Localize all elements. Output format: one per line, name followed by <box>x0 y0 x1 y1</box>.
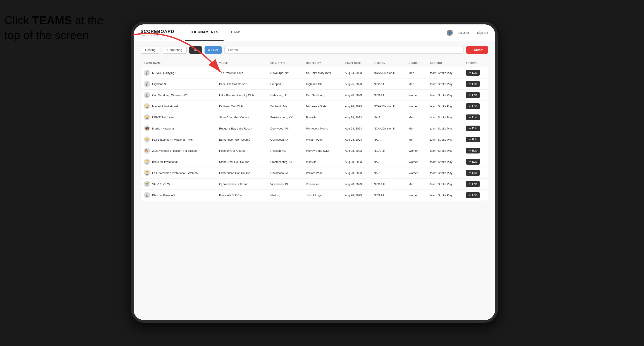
competing-filter[interactable]: Competing <box>163 46 187 54</box>
cell-hosted-by: Pikeville <box>303 156 342 168</box>
cell-actions: ✏ Edit <box>463 168 488 178</box>
edit-button[interactable]: ✏ Edit <box>466 170 480 176</box>
cell-hosted-by: William Penn <box>303 134 342 145</box>
cell-city: Prestonsburg, KY <box>268 112 303 123</box>
tournaments-table: EVENT NAME VENUE CITY, STATE HOSTED BY S… <box>140 59 488 201</box>
cell-start-date: Aug 28, 2023 <box>342 190 371 201</box>
hosting-filter[interactable]: Hosting <box>140 46 160 54</box>
cell-gender: Men <box>406 67 427 78</box>
cell-actions: ✏ Edit <box>463 123 488 134</box>
all-filter[interactable]: All <box>189 46 202 54</box>
cell-start-date: Aug 26, 2023 <box>342 90 371 101</box>
cell-hosted-by: Mt. Saint Mary (NY) <box>303 67 342 78</box>
cell-hosted-by: Murray State (OK) <box>303 145 342 156</box>
event-name-text: Maverick Invitational <box>152 105 178 108</box>
cell-venue: Lake Bracken Country Club <box>216 90 268 101</box>
cell-hosted-by: Carl Sandburg <box>303 90 342 101</box>
edit-button[interactable]: ✏ Edit <box>466 70 480 76</box>
event-name-text: VU PREVIEW <box>152 182 170 186</box>
tab-tournaments[interactable]: TOURNAMENTS <box>185 24 224 41</box>
cell-division: NAIA <box>371 134 406 145</box>
edit-icon: ✏ <box>469 127 471 130</box>
edit-button[interactable]: ✏ Edit <box>466 81 480 87</box>
cell-venue: Cypress Hills Golf Club <box>216 178 268 190</box>
table-row: 🐎 2023 Women's Hesston Fall Kickoff Hess… <box>141 145 488 156</box>
cell-hosted-by: Pikeville <box>303 112 342 123</box>
cell-actions: ✏ Edit <box>463 101 488 112</box>
cell-division: NICAA I <box>371 78 406 90</box>
search-input[interactable] <box>224 46 464 54</box>
edit-button[interactable]: ✏ Edit <box>466 192 480 198</box>
cell-event-name: 🏌 Carl Sandburg Women FA23 <box>141 90 216 101</box>
cell-venue: Faribault Golf Club <box>216 101 268 112</box>
cell-venue: Edmundson Golf Course <box>216 168 268 178</box>
edit-icon: ✏ <box>469 160 471 163</box>
cell-actions: ✏ Edit <box>463 90 488 101</box>
cell-city: Prestonsburg, KY <box>268 156 303 168</box>
nav-logo: SCOREBOARD Powered by clippit <box>140 29 174 36</box>
cell-gender: Women <box>406 168 427 178</box>
team-icon: 🏌 <box>144 192 150 198</box>
cell-event-name: 🏆 Maverick Invitational <box>141 101 216 112</box>
edit-button[interactable]: ✏ Edit <box>466 159 480 165</box>
cell-start-date: Aug 28, 2023 <box>342 156 371 168</box>
edit-button[interactable]: ✏ Edit <box>466 92 480 98</box>
cell-scoring: team, Stroke Play <box>427 145 463 156</box>
table-row: 🏆 Fall Statesmen Invitational - Men Edmu… <box>141 134 488 145</box>
cell-division: NAIA <box>371 112 406 123</box>
edit-button[interactable]: ✏ Edit <box>466 137 480 142</box>
cell-scoring: team, Stroke Play <box>427 112 463 123</box>
table-row: 🐻 Morris Invitational Ruttger's Bay Lake… <box>141 123 488 134</box>
cell-city: Marion, IL <box>268 190 303 201</box>
cell-actions: ✏ Edit <box>463 134 488 145</box>
cell-division: NCAA Division II <box>371 101 406 112</box>
col-scoring: SCORING <box>427 59 463 67</box>
edit-button[interactable]: ✏ Edit <box>466 126 480 131</box>
cell-scoring: team, Stroke Play <box>427 101 463 112</box>
cell-start-date: Aug 25, 2023 <box>342 78 371 90</box>
cell-actions: ✏ Edit <box>463 112 488 123</box>
tablet-frame: SCOREBOARD Powered by clippit TOURNAMENT… <box>131 22 498 323</box>
event-name-text: Fall Statesmen Invitational - Men <box>152 138 194 141</box>
edit-icon: ✏ <box>469 71 471 74</box>
logo-sub: Powered by clippit <box>140 34 174 36</box>
cell-venue: StoneCrest Golf Course <box>216 156 268 168</box>
edit-button[interactable]: ✏ Edit <box>466 115 480 120</box>
cell-venue: Hesston Golf Course <box>216 145 268 156</box>
filter-toggle-button[interactable]: ≡ Filter <box>204 46 222 54</box>
edit-button[interactable]: ✏ Edit <box>466 148 480 154</box>
cell-venue: The Powelton Club <box>216 67 268 78</box>
content-area: Hosting Competing All ≡ Filter + Create … <box>134 41 495 320</box>
cell-start-date: Aug 28, 2023 <box>342 168 371 178</box>
filter-bar: Hosting Competing All ≡ Filter + Create <box>140 46 488 54</box>
cell-gender: Men <box>406 112 427 123</box>
cell-hosted-by: Vincennes <box>303 178 342 190</box>
cell-actions: ✏ Edit <box>463 178 488 190</box>
edit-icon: ✏ <box>469 105 471 108</box>
cell-actions: ✏ Edit <box>463 156 488 168</box>
cell-event-name: 🏌 Highland 36 <box>141 78 216 90</box>
instruction-line2: top of the screen. <box>4 29 92 41</box>
cell-division: NICAA I <box>371 90 406 101</box>
event-name-text: Highland 36 <box>152 82 167 86</box>
cell-scoring: team, Stroke Play <box>427 156 463 168</box>
cell-hosted-by: Minnesota State <box>303 101 342 112</box>
edit-button[interactable]: ✏ Edit <box>466 181 480 187</box>
edit-icon: ✏ <box>469 138 471 141</box>
cell-city: Faribault, MN <box>268 101 303 112</box>
create-button[interactable]: + Create <box>466 46 488 54</box>
filter-icon: ≡ <box>208 48 210 52</box>
team-icon: 🐎 <box>144 148 150 154</box>
cell-venue: Edmundson Golf Course <box>216 134 268 145</box>
cell-gender: Men <box>406 123 427 134</box>
cell-event-name: 🐎 2023 Women's Hesston Fall Kickoff <box>141 145 216 156</box>
nav-user: Test User <box>456 31 469 34</box>
cell-event-name: 🏆 upike fall invitational <box>141 156 216 168</box>
edit-button[interactable]: ✏ Edit <box>466 103 480 109</box>
sign-out-link[interactable]: Sign out <box>477 31 488 34</box>
tab-teams[interactable]: TEAMS <box>224 24 247 41</box>
cell-scoring: team, Stroke Play <box>427 190 463 201</box>
col-gender: GENDER <box>406 59 427 67</box>
col-start-date: START DATE <box>342 59 371 67</box>
cell-venue: StoneCrest Golf Course <box>216 112 268 123</box>
